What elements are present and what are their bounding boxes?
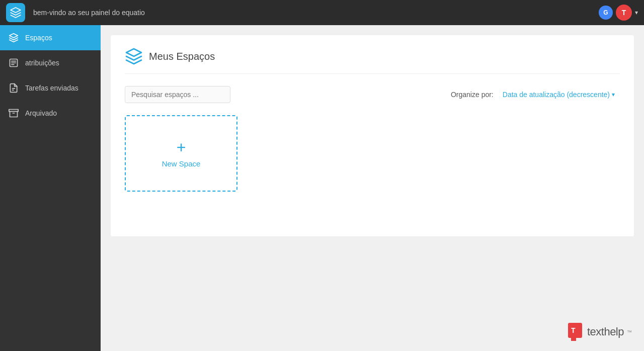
svg-text:T: T (571, 326, 576, 334)
topbar: bem-vindo ao seu painel do equatio G T ▾ (0, 0, 644, 25)
new-space-plus-icon: + (177, 139, 186, 155)
tarefas-icon (8, 82, 19, 94)
google-icon: G (599, 6, 613, 20)
main-content: Meus Espaços Organize por: Data de atual… (101, 25, 644, 351)
espacos-icon (8, 32, 19, 43)
sort-dropdown[interactable]: Data de atualização (decrescente) ▾ (498, 87, 620, 102)
sidebar-item-label-tarefas: Tarefas enviadas (25, 84, 78, 92)
svg-rect-9 (571, 338, 576, 341)
account-chevron-icon[interactable]: ▾ (635, 9, 638, 16)
texthelp-text: texthelp (587, 325, 624, 338)
meus-espacos-icon (125, 47, 143, 65)
sidebar-item-tarefas[interactable]: Tarefas enviadas (0, 75, 101, 101)
sort-chevron-icon: ▾ (612, 91, 615, 98)
app-logo (6, 3, 25, 22)
sidebar-item-atribuicoes[interactable]: atribuições (0, 50, 101, 75)
texthelp-icon: T (568, 323, 584, 341)
atribuicoes-icon (8, 57, 19, 68)
footer-brand: T texthelp™ (568, 323, 632, 341)
new-space-card[interactable]: + New Space (125, 115, 237, 192)
sidebar-item-arquivado[interactable]: Arquivado (0, 101, 101, 126)
sidebar-item-label-arquivado: Arquivado (25, 109, 57, 117)
avatar-area: G T ▾ (599, 5, 638, 21)
toolbar: Organize por: Data de atualização (decre… (125, 86, 620, 103)
page-header: Meus Espaços (125, 47, 620, 74)
content-card: Meus Espaços Organize por: Data de atual… (111, 35, 634, 236)
sort-value: Data de atualização (decrescente) (503, 91, 610, 99)
sort-label: Organize por: (451, 91, 494, 99)
new-space-label: New Space (162, 159, 201, 168)
page-title: Meus Espaços (149, 51, 215, 62)
svg-rect-6 (9, 110, 18, 112)
sort-area: Organize por: Data de atualização (decre… (451, 87, 620, 102)
sidebar-item-espacos[interactable]: Espaços (0, 25, 101, 50)
search-input[interactable] (125, 86, 230, 103)
arquivado-icon (8, 108, 19, 119)
texthelp-tm: ™ (627, 329, 632, 335)
sidebar: Espaços atribuições Tarefas enviadas (0, 25, 101, 351)
sidebar-item-label-espacos: Espaços (25, 34, 52, 42)
texthelp-logo: T texthelp™ (568, 323, 632, 341)
sidebar-item-label-atribuicoes: atribuições (25, 59, 59, 67)
topbar-title: bem-vindo ao seu painel do equatio (33, 9, 599, 17)
spaces-grid: + New Space (125, 115, 620, 192)
avatar: T (616, 5, 632, 21)
